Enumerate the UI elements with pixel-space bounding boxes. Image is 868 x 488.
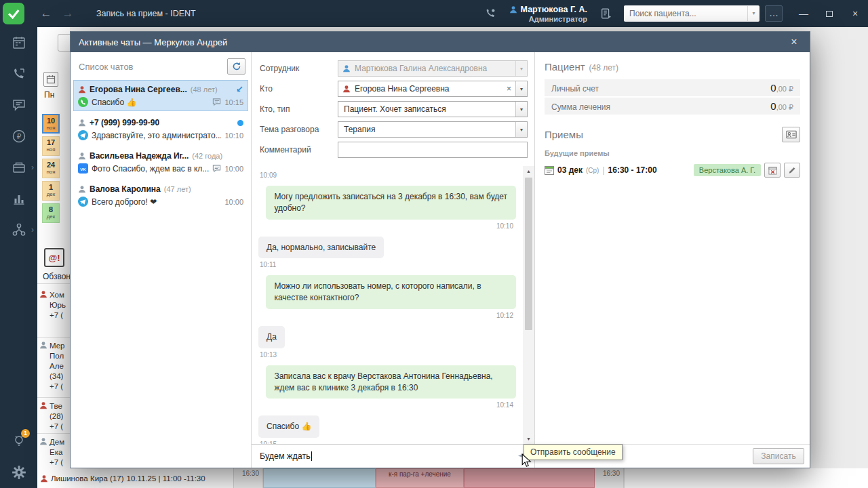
- appointment-cell[interactable]: [263, 468, 376, 488]
- titlebar: ← → Запись на прием - IDENT Мартюкова Г.…: [0, 0, 868, 27]
- topic-label: Тема разговора: [260, 125, 338, 134]
- chat-age: (47 лет): [164, 185, 191, 193]
- person-icon: [342, 64, 351, 73]
- person-icon: [40, 474, 48, 483]
- topic-select[interactable]: Терапия ▾: [338, 121, 528, 138]
- scroll-down-icon[interactable]: ▼: [526, 434, 531, 444]
- patient-list-item[interactable]: Тве (28) +7 (: [39, 401, 63, 432]
- date-cell[interactable]: 10 ноя: [42, 114, 60, 134]
- future-appointments-label: Будущие приемы: [545, 149, 800, 157]
- scrollbar[interactable]: ▲ ▼: [523, 166, 534, 444]
- patient-list-item[interactable]: Мер Пол Але (34) +7 (: [39, 341, 65, 392]
- date-cell[interactable]: 17 ноя: [42, 136, 60, 156]
- sidebar: ₽ › › 1: [0, 27, 37, 488]
- comment-field[interactable]: [338, 142, 528, 158]
- call-icon[interactable]: [478, 0, 502, 27]
- who-field[interactable]: Егорова Нина Сергеевна × ▾: [338, 81, 528, 97]
- clear-icon[interactable]: ×: [502, 84, 515, 94]
- user-name: Мартюкова Г. А.: [521, 5, 587, 14]
- message-input[interactable]: Будем ждать: [260, 451, 513, 461]
- who-label: Кто: [260, 84, 338, 94]
- user-icon: [509, 5, 517, 14]
- chat-item[interactable]: +7 (999) 999-99-90 Здравствуйте, это адм…: [73, 114, 248, 144]
- chat-name: Валова Каролина: [90, 184, 161, 194]
- time-gutter: 16:30: [595, 468, 624, 488]
- appointment-weekday: (Ср): [586, 167, 599, 174]
- search-dropdown-icon[interactable]: ▾: [747, 6, 760, 21]
- sidebar-payments-icon[interactable]: ₽: [0, 121, 37, 152]
- chat-list-panel: Список чатов Егорова Нина Сергеев... (48…: [71, 52, 252, 468]
- scrollbar-thumb[interactable]: [525, 178, 532, 330]
- app-logo-icon[interactable]: [3, 3, 24, 24]
- modal-close-button[interactable]: ×: [787, 36, 802, 48]
- appointment-cell[interactable]: к-я пар-га +лечение: [376, 468, 464, 488]
- conversation-panel: Сотрудник Мартюкова Галина Александровна…: [252, 52, 535, 468]
- sidebar-cards-icon[interactable]: ›: [0, 152, 37, 183]
- minimize-button[interactable]: —: [791, 0, 816, 27]
- account-label: Личный счет: [551, 84, 599, 94]
- sidebar-structure-icon[interactable]: ›: [0, 214, 37, 245]
- schedule-empty-cell[interactable]: [624, 468, 868, 488]
- appointment-cell[interactable]: [464, 468, 595, 488]
- chat-preview: Здравствуйте, это администрато...: [92, 131, 221, 140]
- person-icon: [78, 85, 86, 94]
- patient-search[interactable]: ▾: [624, 5, 760, 22]
- forward-button[interactable]: →: [58, 7, 77, 20]
- week-day-header: Пн: [44, 90, 54, 100]
- close-button[interactable]: ×: [842, 0, 868, 27]
- maximize-icon: [826, 11, 833, 17]
- sidebar-schedule-icon[interactable]: [0, 27, 37, 58]
- chat-item[interactable]: Валова Каролина (47 лет) Всего доброго! …: [73, 180, 248, 211]
- chevron-down-icon: ▾: [515, 61, 527, 76]
- message-bubble: Да: [258, 326, 285, 348]
- edit-appointment-button[interactable]: [784, 163, 800, 178]
- chevron-right-icon: ›: [31, 225, 34, 235]
- window-title: Запись на прием - IDENT: [96, 9, 196, 18]
- save-appointment-button[interactable]: Записать: [753, 448, 804, 464]
- call-round-button[interactable]: @!: [44, 248, 64, 267]
- message-time: 10:12: [496, 312, 513, 319]
- employee-label: Сотрудник: [260, 64, 338, 73]
- treatment-fraction: ,00 ₽: [776, 103, 793, 112]
- who-type-select[interactable]: Пациент. Хочет записаться ▾: [338, 101, 528, 117]
- search-input[interactable]: [624, 9, 747, 18]
- refresh-button[interactable]: [227, 58, 245, 75]
- date-cell[interactable]: 24 ноя: [42, 159, 60, 178]
- sidebar-notifications-icon[interactable]: 1: [0, 426, 37, 457]
- date-cell[interactable]: 1 дек: [42, 181, 60, 201]
- mini-calendar-button[interactable]: [43, 72, 58, 87]
- sidebar-chats-icon[interactable]: [0, 89, 37, 121]
- date-cell[interactable]: 8 дек: [42, 203, 60, 223]
- back-button[interactable]: ←: [37, 7, 56, 20]
- message-time: 10:14: [496, 401, 513, 409]
- toolbar-button-partial[interactable]: [58, 34, 70, 52]
- chevron-down-icon[interactable]: ▾: [515, 102, 527, 117]
- person-icon: [342, 85, 351, 93]
- cancel-appointment-button[interactable]: [764, 163, 781, 178]
- treatment-row: Сумма лечения 0 ,00 ₽: [545, 98, 800, 115]
- scroll-up-icon[interactable]: ▲: [526, 166, 531, 176]
- who-value: Егорова Нина Сергеевна: [353, 84, 502, 94]
- sidebar-reports-icon[interactable]: [0, 183, 37, 214]
- patient-list-item[interactable]: Дем Ека +7 (: [39, 437, 64, 468]
- current-user[interactable]: Мартюкова Г. А. Администратор: [509, 5, 587, 23]
- chat-time: 10:15: [224, 98, 243, 106]
- chat-item[interactable]: Егорова Нина Сергеев... (48 лет) ↙ Спаси…: [73, 80, 248, 111]
- employee-field: Мартюкова Галина Александровна ▾: [338, 60, 528, 77]
- chevron-down-icon[interactable]: ▾: [515, 122, 527, 137]
- svg-text:₽: ₽: [16, 132, 21, 140]
- chat-list-title: Список чатов: [79, 62, 134, 72]
- schedule-patient-cell[interactable]: Лишинова Кира (17) 10.11.25 | 11:00 -11:…: [37, 468, 234, 488]
- comment-input[interactable]: [338, 145, 527, 155]
- active-chats-modal: Активные чаты — Меркулов Андрей × Список…: [70, 31, 810, 468]
- patient-card-button[interactable]: [782, 127, 800, 142]
- chat-item[interactable]: Васильева Надежда Иг... (42 года) VK Фот…: [73, 147, 248, 178]
- patient-list-item[interactable]: Хом Юрь +7 (: [39, 290, 66, 321]
- document-icon[interactable]: [594, 0, 618, 27]
- appointment-time: 16:30 - 17:00: [608, 165, 657, 175]
- maximize-button[interactable]: [816, 0, 842, 27]
- sidebar-settings-icon[interactable]: [0, 457, 37, 488]
- chevron-down-icon[interactable]: ▾: [515, 81, 527, 96]
- more-button[interactable]: …: [765, 5, 783, 22]
- sidebar-calls-icon[interactable]: [0, 58, 37, 89]
